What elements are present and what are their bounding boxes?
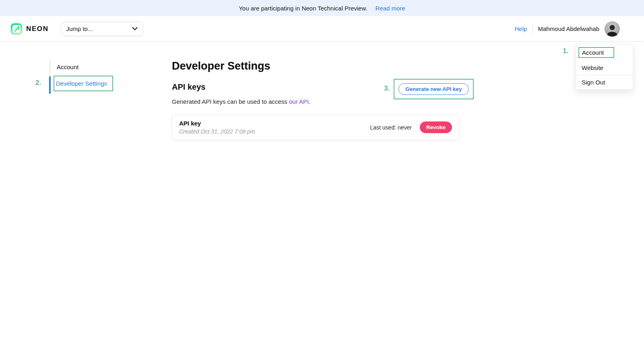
api-keys-section-title: API keys xyxy=(172,82,205,92)
read-more-link[interactable]: Read more xyxy=(376,5,405,12)
user-name: Mahmoud Abdelwahab xyxy=(538,25,599,32)
annotation-step-2: 2. xyxy=(35,79,41,87)
api-key-last-used: Last used: never xyxy=(370,124,412,131)
jump-to-value: Jump to... xyxy=(66,25,93,32)
technical-preview-banner: You are participating in Neon Technical … xyxy=(0,0,644,16)
menu-item-account[interactable]: Account xyxy=(576,44,633,61)
neon-brand[interactable]: NEON xyxy=(10,23,49,35)
sidebar-item-account[interactable]: Account xyxy=(57,64,78,70)
app-header: NEON Jump to... Help Mahmoud Abdelwahab xyxy=(0,16,644,42)
sidebar-item-developer-settings[interactable]: Developer Settings xyxy=(56,80,107,87)
chevron-down-icon xyxy=(132,27,138,31)
our-api-link[interactable]: our API xyxy=(289,98,309,105)
menu-item-sign-out[interactable]: Sign Out xyxy=(576,75,633,89)
description-period: . xyxy=(309,98,310,105)
description-text: Generated API keys can be used to access xyxy=(172,98,289,105)
annotation-box-developer-settings: Developer Settings xyxy=(54,76,113,91)
banner-text: You are participating in Neon Technical … xyxy=(239,5,367,12)
api-key-row: API key Created Oct 31, 2022 7:09 pm Las… xyxy=(172,115,459,140)
api-key-actions: Last used: never Revoke xyxy=(370,121,452,133)
api-key-created: Created Oct 31, 2022 7:09 pm xyxy=(179,128,255,135)
brand-wordmark: NEON xyxy=(26,25,49,33)
menu-item-website[interactable]: Website xyxy=(576,61,633,75)
api-keys-description: Generated API keys can be used to access… xyxy=(172,98,310,105)
annotation-box-account: Account xyxy=(578,47,614,58)
annotation-step-3: 3. xyxy=(384,84,390,93)
revoke-button[interactable]: Revoke xyxy=(420,121,452,133)
neon-logo-icon xyxy=(10,23,23,35)
help-link[interactable]: Help xyxy=(515,25,527,32)
annotation-box-generate-button: Generate new API key xyxy=(394,79,474,99)
user-avatar[interactable] xyxy=(605,21,620,37)
generate-api-key-button[interactable]: Generate new API key xyxy=(398,83,469,95)
jump-to-dropdown[interactable]: Jump to... xyxy=(61,22,143,36)
user-dropdown-menu: Account Website Sign Out xyxy=(576,44,633,90)
api-key-info: API key Created Oct 31, 2022 7:09 pm xyxy=(179,120,255,135)
page-title: Developer Settings xyxy=(172,60,270,72)
header-divider xyxy=(532,25,533,33)
header-right-group: Help Mahmoud Abdelwahab xyxy=(515,21,620,37)
sidebar-rail xyxy=(50,60,50,76)
sidebar-active-indicator xyxy=(49,76,51,94)
api-key-name: API key xyxy=(179,120,255,127)
annotation-step-1: 1. xyxy=(563,47,568,55)
